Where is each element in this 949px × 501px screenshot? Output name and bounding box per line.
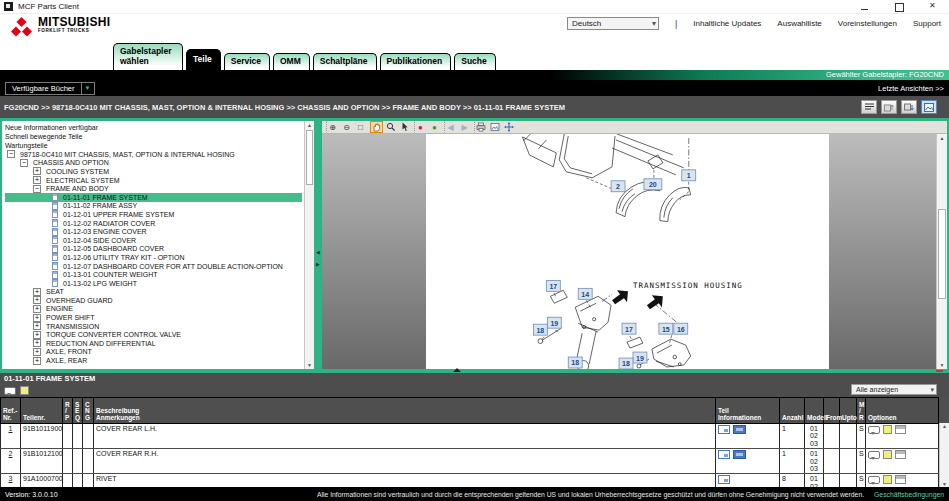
tree-item[interactable]: ELECTRICAL SYSTEM	[5, 176, 302, 185]
frame-icon[interactable]	[895, 425, 906, 434]
link-content-updates[interactable]: Inhaltliche Updates	[693, 19, 761, 28]
comment-icon[interactable]	[868, 451, 880, 459]
panel-splitter[interactable]: ◀ ▶	[314, 121, 322, 369]
scrollbar-thumb[interactable]	[306, 130, 313, 185]
tree-item[interactable]: 01-12-07 DASHBOARD COVER FOR ATT DOUBLE …	[5, 262, 302, 271]
language-select[interactable]: Deutsch	[567, 17, 659, 30]
part-detail-icon[interactable]	[718, 450, 730, 459]
callout[interactable]: 15	[662, 326, 670, 333]
back-icon[interactable]: ◀	[444, 121, 457, 133]
available-books-button[interactable]: Verfügbare Bücher	[5, 82, 82, 95]
parts-table-scrollbar[interactable]: ▲ ▼	[939, 423, 949, 487]
ref-link[interactable]: 2	[9, 450, 13, 457]
highlight-icon[interactable]	[883, 450, 892, 459]
callout[interactable]: 1	[687, 172, 691, 179]
tree-item[interactable]: 01-12-02 RADIATOR COVER	[5, 219, 302, 228]
expand-icon[interactable]	[33, 296, 41, 304]
tree-item[interactable]: POWER SHIFT	[5, 313, 302, 322]
quick-link-new-info[interactable]: Neue Informationen verfügbar	[5, 123, 302, 132]
tree-item[interactable]: AXLE, REAR	[5, 356, 302, 365]
tab-teile[interactable]: Teile	[186, 49, 221, 71]
tab-schaltplaene[interactable]: Schaltpläne	[313, 53, 377, 71]
quick-link-maintenance-parts[interactable]: Wartungsteile	[5, 141, 302, 150]
tree-item[interactable]: AXLE, FRONT	[5, 348, 302, 357]
comment-icon[interactable]	[868, 426, 880, 434]
tree-item[interactable]: TORQUE CONVERTER CONTROL VALVE	[5, 330, 302, 339]
comment-legend-icon[interactable]	[4, 387, 16, 395]
link-selection-list[interactable]: Auswahlliste	[777, 19, 821, 28]
callout[interactable]: 16	[677, 326, 685, 333]
tree-item[interactable]: OVERHEAD GUARD	[5, 296, 302, 305]
scroll-up-icon[interactable]: ▲	[940, 423, 949, 429]
move-icon[interactable]	[502, 121, 515, 133]
forward-icon[interactable]: ▶	[458, 121, 471, 133]
tree-item-selected[interactable]: 01-11-01 FRAME SYSTEM	[5, 193, 302, 202]
scroll-down-icon[interactable]: ▼	[937, 362, 947, 368]
expand-icon[interactable]	[33, 331, 41, 339]
scroll-down-icon[interactable]: ▼	[305, 362, 314, 368]
export-image-icon[interactable]	[488, 121, 501, 133]
collapse-icon[interactable]	[20, 159, 28, 167]
comment-icon[interactable]	[868, 476, 880, 484]
part-media-icon[interactable]	[733, 425, 746, 434]
highlight-icon[interactable]	[883, 425, 892, 434]
scroll-up-icon[interactable]: ▲	[937, 135, 947, 141]
callout[interactable]: 17	[625, 326, 633, 333]
tree-item[interactable]: ENGINE	[5, 305, 302, 314]
tree-item[interactable]: 01-12-06 UTILITY TRAY KIT - OPTION	[5, 253, 302, 262]
callout[interactable]: 19	[636, 355, 644, 362]
expand-icon[interactable]	[33, 305, 41, 313]
splitter-grip-icon[interactable]	[453, 368, 461, 372]
figure-image-icon[interactable]	[921, 100, 937, 114]
scroll-down-icon[interactable]: ▼	[940, 481, 949, 487]
figure-prev-icon[interactable]	[881, 100, 897, 114]
tree-item[interactable]: CHASSIS AND OPTION	[5, 159, 302, 168]
minimize-button[interactable]	[859, 2, 871, 12]
callout[interactable]: 17	[549, 283, 557, 290]
available-books-dropdown-icon[interactable]	[82, 82, 95, 95]
tree-item[interactable]: TRANSMISSION	[5, 322, 302, 331]
tree-item[interactable]: COOLING SYSTEM	[5, 167, 302, 176]
frame-icon[interactable]	[895, 450, 906, 459]
frame-icon[interactable]	[895, 475, 906, 484]
tree-item[interactable]: 01-11-02 FRAME ASSY	[5, 202, 302, 211]
link-preferences[interactable]: Voreinstellungen	[838, 19, 897, 28]
tree-item[interactable]: SEAT	[5, 288, 302, 297]
tree-item[interactable]: 01-12-03 ENGINE COVER	[5, 227, 302, 236]
zoom-in-icon[interactable]: ⊕	[326, 121, 339, 133]
collapse-right-icon[interactable]: ▶	[314, 261, 322, 267]
zoom-fit-icon[interactable]: □	[354, 121, 367, 133]
table-row[interactable]: 1 91B1011900 COVER REAR L.H. 1 010203 S	[1, 424, 939, 449]
show-callouts-icon[interactable]: ●	[428, 121, 441, 133]
collapse-icon[interactable]	[33, 185, 41, 193]
maximize-button[interactable]	[893, 2, 905, 12]
collapse-icon[interactable]	[7, 150, 15, 158]
expand-icon[interactable]	[33, 322, 41, 330]
show-all-select[interactable]: Alle anzeigen	[851, 384, 937, 395]
parts-figure[interactable]: TRANSMISSION HOUSING 2 20 1 17 14 19 18 …	[426, 134, 829, 369]
collapse-left-icon[interactable]: ◀	[314, 249, 322, 255]
select-arrow-icon[interactable]	[398, 121, 411, 133]
tab-publikationen[interactable]: Publikationen	[380, 53, 452, 71]
callout[interactable]: 2	[616, 183, 620, 190]
highlight-legend-icon[interactable]	[20, 386, 29, 395]
part-media-icon[interactable]	[733, 450, 746, 459]
quick-link-fast-moving-parts[interactable]: Schnell bewegende Teile	[5, 132, 302, 141]
expand-icon[interactable]	[33, 167, 41, 175]
link-support[interactable]: Support	[913, 19, 941, 28]
tree-item[interactable]: 01-12-01 UPPER FRAME SYSTEM	[5, 210, 302, 219]
part-detail-icon[interactable]	[718, 425, 730, 434]
table-row[interactable]: 3 91A1000700 RIVET 8 0102 S	[1, 474, 939, 487]
callout[interactable]: 18	[536, 327, 544, 334]
view-list-icon[interactable]	[861, 100, 877, 114]
callout[interactable]: 18	[571, 360, 579, 367]
scrollbar-thumb[interactable]	[938, 209, 946, 299]
tree-item[interactable]: REDUCTION AND DIFFERENTIAL	[5, 339, 302, 348]
tab-omm[interactable]: OMM	[273, 53, 310, 71]
ref-link[interactable]: 3	[9, 475, 13, 482]
callout[interactable]: 18	[622, 361, 630, 368]
part-detail-icon[interactable]	[718, 475, 730, 484]
figure-next-icon[interactable]	[901, 100, 917, 114]
expand-icon[interactable]	[33, 314, 41, 322]
expand-icon[interactable]	[33, 288, 41, 296]
